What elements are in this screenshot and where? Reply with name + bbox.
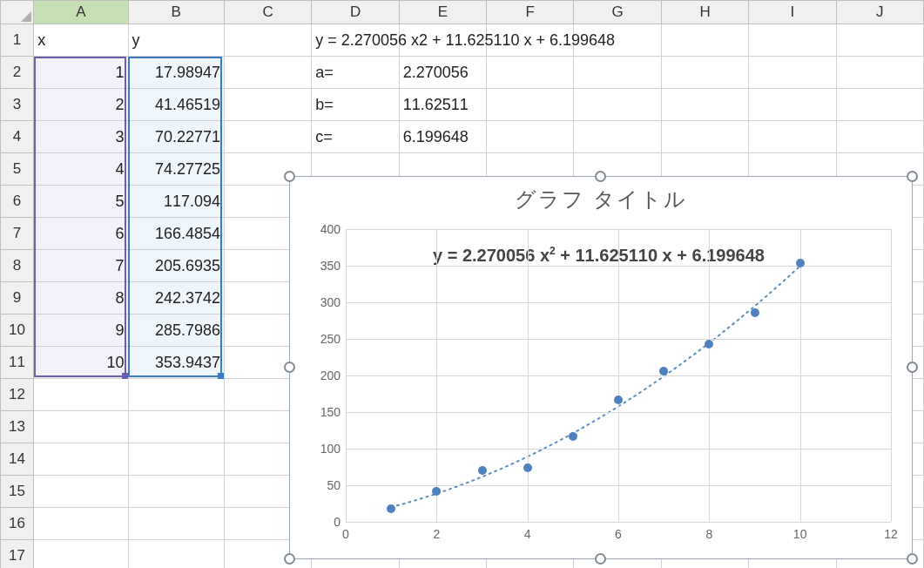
cell-H1[interactable] <box>661 24 748 57</box>
cell-B3[interactable]: 41.46519 <box>128 89 224 121</box>
row-header-6[interactable]: 6 <box>1 186 34 218</box>
resize-handle-icon[interactable] <box>907 171 918 182</box>
row-header-13[interactable]: 13 <box>1 411 34 443</box>
cell-A6[interactable]: 5 <box>34 186 128 218</box>
data-point[interactable] <box>478 466 487 475</box>
cell-C2[interactable] <box>224 57 311 89</box>
cell-A17[interactable] <box>34 540 128 569</box>
chart-object[interactable]: グラフ タイトル y = 2.270056 x2 + 11.625110 x +… <box>289 176 913 559</box>
row-header-2[interactable]: 2 <box>1 57 34 89</box>
row-header-16[interactable]: 16 <box>1 508 34 540</box>
cell-B15[interactable] <box>128 476 224 508</box>
row-header-10[interactable]: 10 <box>1 314 34 347</box>
data-point[interactable] <box>569 432 577 441</box>
column-header-J[interactable]: J <box>836 1 923 24</box>
cell-I4[interactable] <box>749 121 836 153</box>
column-header-C[interactable]: C <box>224 1 311 24</box>
cell-B16[interactable] <box>128 508 224 540</box>
cell-B10[interactable]: 285.7986 <box>128 314 224 347</box>
cell-A8[interactable]: 7 <box>34 250 128 282</box>
cell-G4[interactable] <box>574 121 661 153</box>
row-header-12[interactable]: 12 <box>1 379 34 411</box>
cell-A4[interactable]: 3 <box>34 121 128 153</box>
row-header-9[interactable]: 9 <box>1 282 34 314</box>
cell-E3[interactable]: 11.62511 <box>399 89 486 121</box>
column-header-F[interactable]: F <box>487 1 574 24</box>
cell-B6[interactable]: 117.094 <box>128 186 224 218</box>
cell-D1[interactable]: y = 2.270056 x2 + 11.625110 x + 6.199648 <box>312 24 399 57</box>
data-point[interactable] <box>659 367 668 375</box>
data-point[interactable] <box>751 308 759 317</box>
cell-A2[interactable]: 1 <box>34 57 128 89</box>
resize-handle-icon[interactable] <box>284 362 295 373</box>
cell-E2[interactable]: 2.270056 <box>399 57 486 89</box>
cell-B9[interactable]: 242.3742 <box>128 282 224 314</box>
cell-E4[interactable]: 6.199648 <box>399 121 486 153</box>
cell-C4[interactable] <box>224 121 311 153</box>
cell-H4[interactable] <box>661 121 748 153</box>
cell-J1[interactable] <box>836 24 923 57</box>
row-header-5[interactable]: 5 <box>1 153 34 186</box>
cell-B5[interactable]: 74.27725 <box>128 153 224 186</box>
cell-C3[interactable] <box>224 89 311 121</box>
cell-A15[interactable] <box>34 476 128 508</box>
data-point[interactable] <box>796 259 805 267</box>
row-header-7[interactable]: 7 <box>1 218 34 250</box>
cell-I1[interactable] <box>749 24 836 57</box>
cell-B12[interactable] <box>128 379 224 411</box>
row-header-3[interactable]: 3 <box>1 89 34 121</box>
column-header-I[interactable]: I <box>749 1 836 24</box>
cell-G2[interactable] <box>574 57 661 89</box>
select-all-corner[interactable] <box>1 1 34 24</box>
data-point[interactable] <box>432 487 441 496</box>
row-header-4[interactable]: 4 <box>1 121 34 153</box>
cell-A14[interactable] <box>34 443 128 476</box>
row-header-14[interactable]: 14 <box>1 443 34 476</box>
row-header-11[interactable]: 11 <box>1 347 34 379</box>
resize-handle-icon[interactable] <box>595 171 606 182</box>
cell-B8[interactable]: 205.6935 <box>128 250 224 282</box>
data-point[interactable] <box>387 504 395 513</box>
resize-handle-icon[interactable] <box>907 362 918 373</box>
row-header-15[interactable]: 15 <box>1 476 34 508</box>
cell-B4[interactable]: 70.22771 <box>128 121 224 153</box>
cell-F3[interactable] <box>487 89 574 121</box>
chart-title[interactable]: グラフ タイトル <box>290 177 912 219</box>
column-header-E[interactable]: E <box>399 1 486 24</box>
cell-C1[interactable] <box>224 24 311 57</box>
cell-B13[interactable] <box>128 411 224 443</box>
cell-A1[interactable]: x <box>34 24 128 57</box>
cell-G3[interactable] <box>574 89 661 121</box>
cell-H3[interactable] <box>661 89 748 121</box>
cell-I2[interactable] <box>749 57 836 89</box>
column-header-H[interactable]: H <box>661 1 748 24</box>
cell-B17[interactable] <box>128 540 224 569</box>
cell-D4[interactable]: c= <box>312 121 399 153</box>
resize-handle-icon[interactable] <box>284 553 295 565</box>
cell-B1[interactable]: y <box>128 24 224 57</box>
chart-plot-area[interactable]: y = 2.270056 x2 + 11.625110 x + 6.199648… <box>346 229 891 522</box>
column-header-G[interactable]: G <box>574 1 661 24</box>
resize-handle-icon[interactable] <box>595 553 606 565</box>
row-header-8[interactable]: 8 <box>1 250 34 282</box>
cell-A5[interactable]: 4 <box>34 153 128 186</box>
cell-A13[interactable] <box>34 411 128 443</box>
cell-B7[interactable]: 166.4854 <box>128 218 224 250</box>
cell-A7[interactable]: 6 <box>34 218 128 250</box>
cell-J3[interactable] <box>836 89 923 121</box>
cell-A10[interactable]: 9 <box>34 314 128 347</box>
cell-A3[interactable]: 2 <box>34 89 128 121</box>
column-header-B[interactable]: B <box>128 1 224 24</box>
cell-A11[interactable]: 10 <box>34 347 128 379</box>
resize-handle-icon[interactable] <box>907 553 918 565</box>
data-point[interactable] <box>705 340 713 348</box>
row-header-17[interactable]: 17 <box>1 540 34 569</box>
cell-B2[interactable]: 17.98947 <box>128 57 224 89</box>
data-point[interactable] <box>614 396 623 404</box>
cell-J2[interactable] <box>836 57 923 89</box>
cell-I3[interactable] <box>749 89 836 121</box>
cell-A12[interactable] <box>34 379 128 411</box>
resize-handle-icon[interactable] <box>284 171 295 182</box>
cell-A9[interactable]: 8 <box>34 282 128 314</box>
column-header-A[interactable]: A <box>34 1 128 24</box>
